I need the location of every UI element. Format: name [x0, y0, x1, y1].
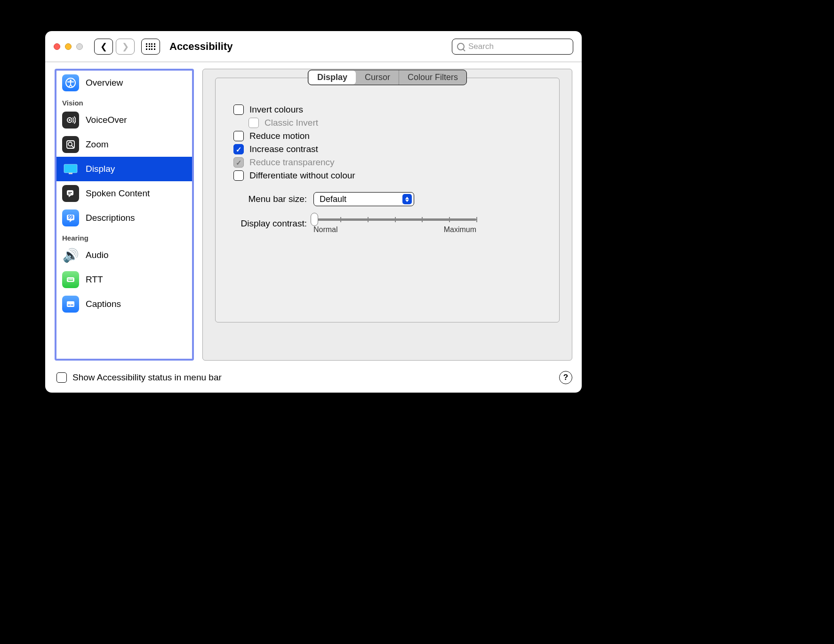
sidebar-item-descriptions[interactable]: 99 Descriptions [56, 206, 192, 230]
reduce-transparency-checkbox [233, 157, 244, 168]
sidebar-item-captions[interactable]: Captions [56, 292, 192, 316]
sidebar-item-spoken-content[interactable]: Spoken Content [56, 181, 192, 206]
audio-icon: 🔊 [62, 247, 79, 264]
slider-thumb[interactable] [311, 213, 318, 226]
tab-colour-filters[interactable]: Colour Filters [399, 70, 466, 85]
sidebar-header-vision: Vision [56, 95, 192, 108]
svg-line-6 [72, 145, 73, 147]
back-button[interactable]: ❮ [94, 39, 113, 55]
reduce-motion-row: Reduce motion [233, 131, 541, 141]
invert-colours-checkbox[interactable] [233, 105, 244, 115]
close-window-button[interactable] [54, 43, 60, 50]
sidebar-item-rtt[interactable]: RTT [56, 267, 192, 292]
display-contrast-label: Display contrast: [233, 218, 307, 229]
segmented-control: Display Cursor Colour Filters [308, 70, 467, 85]
menu-bar-size-value: Default [320, 194, 399, 204]
forward-button[interactable]: ❯ [116, 39, 135, 55]
sidebar-item-label: Spoken Content [86, 188, 150, 199]
tab-cursor[interactable]: Cursor [356, 70, 399, 85]
content-area: Overview Vision VoiceOver Zoom [45, 62, 582, 366]
slider-max-label: Maximum [444, 225, 476, 234]
sidebar-item-label: Audio [86, 250, 109, 260]
slider-min-label: Normal [313, 225, 338, 234]
minimize-window-button[interactable] [65, 43, 72, 50]
accessibility-icon [62, 74, 79, 91]
reduce-transparency-label: Reduce transparency [249, 157, 335, 168]
updown-caret-icon [402, 194, 412, 204]
svg-rect-21 [68, 305, 70, 306]
sidebar-header-hearing: Hearing [56, 230, 192, 243]
sidebar-item-voiceover[interactable]: VoiceOver [56, 108, 192, 132]
svg-rect-20 [67, 301, 74, 307]
accessibility-preferences-window: ❮ ❯ Accessibility Overvi [45, 31, 582, 393]
search-input[interactable] [468, 42, 568, 51]
sidebar-item-display[interactable]: Display [56, 157, 192, 181]
reduce-transparency-row: Reduce transparency [233, 157, 541, 168]
svg-rect-16 [69, 279, 70, 280]
display-contrast-row: Display contrast: [233, 218, 541, 234]
rtt-icon [62, 271, 79, 288]
svg-rect-15 [68, 279, 69, 280]
sidebar-item-zoom[interactable]: Zoom [56, 132, 192, 157]
sidebar-item-label: Zoom [86, 139, 109, 150]
svg-rect-19 [68, 280, 73, 281]
show-all-button[interactable] [141, 39, 160, 55]
svg-rect-17 [71, 279, 72, 280]
classic-invert-label: Classic Invert [265, 118, 318, 128]
increase-contrast-label: Increase contrast [249, 144, 318, 154]
main-panel: Display Cursor Colour Filters Invert col… [202, 69, 572, 361]
svg-rect-14 [67, 277, 74, 282]
svg-point-1 [70, 80, 72, 81]
window-controls [54, 43, 83, 50]
tab-display[interactable]: Display [309, 71, 356, 84]
grid-icon [146, 43, 155, 50]
display-settings-group: Display Cursor Colour Filters Invert col… [215, 78, 560, 322]
sidebar[interactable]: Overview Vision VoiceOver Zoom [55, 69, 194, 361]
svg-rect-22 [71, 305, 73, 306]
classic-invert-row: Classic Invert [249, 118, 541, 128]
chevron-right-icon: ❯ [122, 42, 129, 51]
nav-group: ❮ ❯ [94, 39, 135, 55]
sidebar-item-label: Descriptions [86, 213, 135, 223]
svg-rect-8 [69, 173, 72, 174]
differentiate-checkbox[interactable] [233, 170, 244, 181]
sidebar-item-label: RTT [86, 274, 103, 285]
toolbar: ❮ ❯ Accessibility [45, 31, 582, 62]
show-status-checkbox[interactable] [56, 372, 67, 383]
reduce-motion-checkbox[interactable] [233, 131, 244, 141]
captions-icon [62, 296, 79, 313]
display-contrast-slider[interactable] [313, 218, 476, 221]
invert-colours-label: Invert colours [249, 105, 303, 115]
spoken-content-icon [62, 185, 79, 202]
voiceover-icon [62, 112, 79, 129]
display-icon [62, 161, 79, 177]
menu-bar-size-row: Menu bar size: Default [233, 192, 541, 206]
sidebar-item-audio[interactable]: 🔊 Audio [56, 243, 192, 267]
help-icon: ? [563, 373, 568, 382]
help-button[interactable]: ? [559, 371, 572, 384]
chevron-left-icon: ❮ [100, 42, 107, 51]
footer: Show Accessibility status in menu bar ? [45, 366, 582, 393]
svg-rect-7 [64, 164, 77, 173]
svg-text:99: 99 [68, 215, 73, 220]
invert-colours-row: Invert colours [233, 105, 541, 115]
increase-contrast-checkbox[interactable] [233, 144, 244, 154]
classic-invert-checkbox [249, 118, 259, 128]
sidebar-item-overview[interactable]: Overview [56, 71, 192, 95]
menu-bar-size-label: Menu bar size: [233, 194, 307, 204]
increase-contrast-row: Increase contrast [233, 144, 541, 154]
differentiate-row: Differentiate without colour [233, 170, 541, 181]
svg-rect-18 [72, 279, 73, 280]
zoom-icon [62, 136, 79, 153]
sidebar-item-label: Display [86, 164, 115, 174]
sidebar-item-label: Captions [86, 299, 121, 309]
show-status-label: Show Accessibility status in menu bar [72, 372, 222, 383]
descriptions-icon: 99 [62, 209, 79, 226]
menu-bar-size-select[interactable]: Default [313, 192, 414, 206]
sidebar-item-label: VoiceOver [86, 115, 127, 125]
reduce-motion-label: Reduce motion [249, 131, 310, 141]
search-field[interactable] [452, 39, 573, 55]
window-title: Accessibility [169, 40, 233, 53]
zoom-window-button[interactable] [76, 43, 83, 50]
sidebar-item-label: Overview [86, 78, 123, 88]
